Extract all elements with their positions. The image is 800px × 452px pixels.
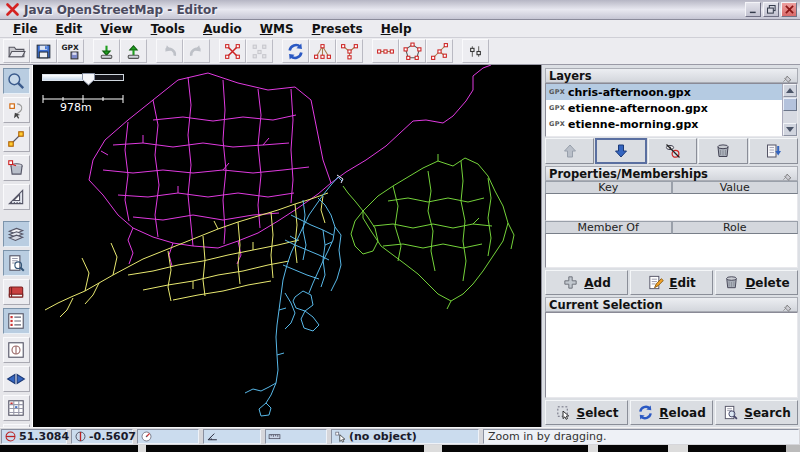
gpx-track-yellow: [45, 193, 328, 317]
edit-button[interactable]: Edit: [630, 270, 713, 295]
layer-name: chris-afternoon.gpx: [568, 86, 691, 99]
gpx-tracks-svg: [33, 65, 540, 427]
layer-row[interactable]: GPXetienne-afternoon.gpx: [546, 100, 782, 116]
sticky-pin-icon[interactable]: [782, 70, 794, 82]
map-canvas[interactable]: 978m: [33, 65, 541, 427]
reload-sync-icon: [637, 404, 654, 421]
audio-preferences-button[interactable]: [462, 39, 489, 63]
split-way-icon: [223, 42, 242, 61]
menu-tools[interactable]: Tools: [142, 21, 194, 37]
sticky-pin-icon[interactable]: [782, 168, 794, 180]
toggle-command-stack-dialog-button[interactable]: [3, 337, 30, 363]
toggle-selection-dialog-button[interactable]: [3, 308, 30, 334]
map-scale-bar: 978m: [42, 89, 132, 119]
sticky-pin-icon[interactable]: [782, 299, 794, 311]
zoom-slider[interactable]: [42, 73, 124, 82]
layers-list-box: GPXchris-afternoon.gpxGPXetienne-afterno…: [545, 83, 798, 137]
combine-ways-button[interactable]: [309, 39, 336, 63]
right-panel: Layers GPXchris-afternoon.gpxGPXetienne-…: [541, 65, 800, 427]
angle-icon: [206, 430, 219, 443]
menu-presets[interactable]: Presets: [303, 21, 372, 37]
undo-button[interactable]: [156, 39, 183, 63]
toggle-relations-dialog-button[interactable]: [3, 395, 30, 421]
move-layer-down-button[interactable]: [595, 138, 646, 164]
scroll-track[interactable]: [783, 112, 797, 123]
scroll-up-button[interactable]: [783, 84, 797, 97]
layer-row[interactable]: GPXchris-afternoon.gpx: [546, 84, 782, 100]
reverse-way-button[interactable]: [282, 39, 309, 63]
scroll-down-button[interactable]: [783, 123, 797, 136]
minimize-button[interactable]: [745, 2, 761, 17]
taskbar-gap: [588, 445, 598, 452]
delete-layer-button[interactable]: [698, 138, 747, 164]
memberships-table-header: Member Of Role: [545, 221, 798, 234]
layers-scrollbar[interactable]: [782, 84, 797, 136]
distance-field: [265, 429, 327, 444]
add-button[interactable]: Add: [545, 270, 628, 295]
menu-view[interactable]: View: [91, 21, 141, 37]
merge-nodes-button[interactable]: [336, 39, 363, 63]
select-mode-button[interactable]: [3, 97, 30, 123]
key-column-header: Key: [545, 181, 672, 194]
gpx-badge: GPX: [549, 88, 565, 96]
export-gpx-button[interactable]: GPX: [57, 39, 84, 63]
toggle-history-dialog-button[interactable]: [3, 279, 30, 305]
taskbar-gap: [786, 445, 800, 452]
search-button[interactable]: Search: [715, 400, 798, 425]
properties-panel-title: Properties/Memberships: [549, 167, 782, 181]
zoom-slider-handle[interactable]: [82, 71, 95, 84]
zoom-mode-button[interactable]: [3, 68, 30, 94]
save-icon: [34, 42, 53, 61]
menu-audio[interactable]: Audio: [194, 21, 251, 37]
window-title: Java OpenStreetMap - Editor: [24, 3, 743, 17]
restore-button[interactable]: [763, 2, 779, 17]
toggle-properties-dialog-button[interactable]: [3, 250, 30, 276]
undo-icon: [160, 42, 179, 61]
open-button[interactable]: [3, 39, 30, 63]
toggle-conflict-dialog-button[interactable]: [3, 366, 30, 392]
draw-segment-mode-button[interactable]: [3, 126, 30, 152]
redo-button[interactable]: [183, 39, 210, 63]
unglue-way-button[interactable]: [246, 39, 273, 63]
layer-row[interactable]: GPXetienne-morning.gpx: [546, 116, 782, 132]
scale-label: 978m: [60, 101, 92, 114]
show-hide-layer-button[interactable]: [648, 138, 697, 164]
open-folder-icon: [7, 42, 26, 61]
selection-list[interactable]: [545, 312, 798, 398]
layer-name: norman-morning.gpx: [568, 134, 699, 137]
merge-layer-down-button[interactable]: [749, 138, 798, 164]
delete-button[interactable]: Delete: [715, 270, 798, 295]
menu-wms[interactable]: WMS: [251, 21, 303, 37]
scroll-thumb[interactable]: [783, 98, 797, 111]
audio-prefs-icon: [466, 42, 485, 61]
split-node-icon: [430, 42, 449, 61]
menu-file[interactable]: File: [4, 21, 47, 37]
longitude-field: -0.5607: [71, 429, 133, 444]
properties-table-body[interactable]: [545, 194, 798, 221]
download-data-button[interactable]: [93, 39, 120, 63]
reload-button[interactable]: Reload: [630, 400, 713, 425]
taskbar-gap: [424, 445, 442, 452]
save-button[interactable]: [30, 39, 57, 63]
close-button[interactable]: [781, 2, 797, 17]
memberships-table-body[interactable]: [545, 234, 798, 268]
distribute-nodes-button[interactable]: [426, 39, 453, 63]
object-field: (no object): [331, 429, 479, 444]
layer-buttons: [545, 138, 798, 164]
delete-mode-button[interactable]: [3, 155, 30, 181]
toggle-dialog-partial-button[interactable]: [3, 424, 30, 427]
properties-table-header: Key Value: [545, 181, 798, 194]
menu-help[interactable]: Help: [372, 21, 421, 37]
split-way-button[interactable]: [219, 39, 246, 63]
align-nodes-line-button[interactable]: [372, 39, 399, 63]
menu-edit[interactable]: Edit: [47, 21, 92, 37]
measure-mode-button[interactable]: [3, 184, 30, 210]
toggle-layers-dialog-button[interactable]: [3, 221, 30, 247]
select-button[interactable]: Select: [545, 400, 628, 425]
layer-row[interactable]: GPXnorman-morning.gpx: [546, 132, 782, 136]
status-help-text: Zoom in by dragging.: [483, 429, 799, 444]
move-layer-up-button[interactable]: [545, 138, 594, 164]
upload-data-button[interactable]: [120, 39, 147, 63]
align-line-icon: [376, 42, 395, 61]
align-nodes-circle-button[interactable]: [399, 39, 426, 63]
